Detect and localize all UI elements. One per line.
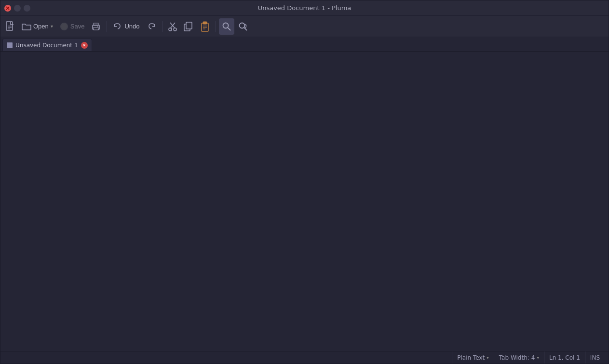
separator-3 <box>216 21 216 32</box>
undo-label: Undo <box>124 23 139 30</box>
language-selector[interactable]: Plain Text ▾ <box>452 351 493 364</box>
redo-icon <box>147 22 156 31</box>
open-folder-icon <box>22 22 31 31</box>
print-button[interactable] <box>88 18 104 35</box>
copy-icon <box>184 22 193 31</box>
open-label: Open <box>33 23 49 30</box>
cut-button[interactable] <box>165 18 180 35</box>
tab-unsaved-document-1[interactable]: Unsaved Document 1 × <box>2 39 92 51</box>
svg-line-24 <box>228 27 230 30</box>
toolbar: Open ▾ Save <box>0 16 609 37</box>
svg-point-11 <box>97 26 98 27</box>
editor-textarea[interactable] <box>0 52 609 351</box>
find-icon <box>222 22 231 31</box>
position-label: Ln 1, Col 1 <box>549 354 580 361</box>
minimize-button[interactable] <box>14 5 21 12</box>
tab-width-selector[interactable]: Tab Width: 4 ▾ <box>494 351 544 364</box>
new-file-icon <box>5 21 15 32</box>
replace-icon <box>238 22 248 31</box>
open-dropdown-icon: ▾ <box>51 24 53 29</box>
tab-width-value: 4 <box>531 354 535 361</box>
svg-rect-9 <box>94 27 98 30</box>
tab-width-label: Tab Width: <box>499 354 529 361</box>
new-file-button[interactable] <box>2 18 18 35</box>
tab-width-dropdown-icon: ▾ <box>537 355 539 360</box>
window-controls <box>4 5 30 12</box>
clear-button[interactable] <box>235 18 251 35</box>
copy-button[interactable] <box>181 18 196 35</box>
tab-label: Unsaved Document 1 <box>15 42 78 49</box>
cursor-position: Ln 1, Col 1 <box>544 351 585 364</box>
paste-icon <box>200 21 210 32</box>
close-button[interactable] <box>4 5 11 12</box>
save-button[interactable]: Save <box>57 18 88 35</box>
redo-button[interactable] <box>144 18 159 35</box>
save-label: Save <box>70 23 85 30</box>
tab-close-button[interactable]: × <box>81 42 88 49</box>
main-window: Unsaved Document 1 - Pluma <box>0 0 609 364</box>
undo-button[interactable]: Undo <box>110 18 142 35</box>
titlebar: Unsaved Document 1 - Pluma <box>0 0 609 16</box>
svg-point-23 <box>223 23 228 28</box>
insert-mode: INS <box>585 351 605 364</box>
separator-2 <box>162 21 162 32</box>
language-dropdown-icon: ▾ <box>487 355 489 360</box>
paste-button[interactable] <box>197 18 213 35</box>
undo-icon <box>113 22 122 31</box>
maximize-button[interactable] <box>24 5 30 12</box>
statusbar: Plain Text ▾ Tab Width: 4 ▾ Ln 1, Col 1 … <box>0 351 609 364</box>
separator-1 <box>107 21 107 32</box>
svg-rect-19 <box>203 22 207 24</box>
tabbar: Unsaved Document 1 × <box>0 37 609 52</box>
save-icon <box>60 22 68 31</box>
print-icon <box>91 22 101 31</box>
svg-point-7 <box>61 24 67 29</box>
language-label: Plain Text <box>457 354 485 361</box>
insert-mode-label: INS <box>590 354 600 361</box>
cut-icon <box>168 22 177 31</box>
tab-document-icon <box>7 42 13 48</box>
editor-area <box>0 52 609 351</box>
svg-rect-17 <box>186 22 192 29</box>
window-title: Unsaved Document 1 - Pluma <box>258 4 352 12</box>
open-button[interactable]: Open ▾ <box>19 18 56 35</box>
svg-point-25 <box>239 23 244 28</box>
find-button[interactable] <box>219 18 234 35</box>
